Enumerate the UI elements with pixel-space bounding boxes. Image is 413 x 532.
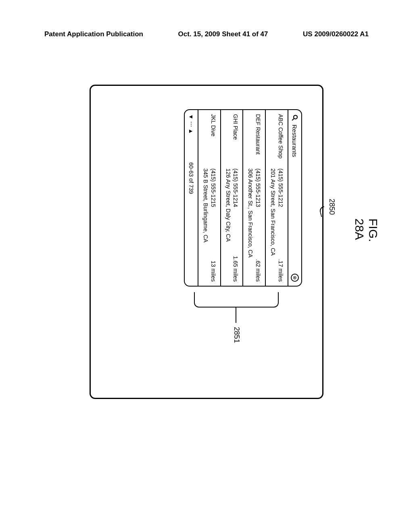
pagination-dots: ⋯ — [188, 121, 194, 127]
result-address: 345 B Street, Burlingame, CA — [202, 168, 209, 282]
reference-numeral-2850: 2850 — [327, 199, 336, 215]
search-icon — [291, 114, 298, 121]
reference-leader-2850 — [319, 206, 327, 217]
device-frame: 2850 ⊗ ABC Coffee Shop (415) 555-1212 20… — [90, 85, 323, 399]
result-info: (415) 555-1213 306 Another St., San Fran… — [246, 168, 262, 282]
search-results-widget: ⊗ ABC Coffee Shop (415) 555-1212 201 Any… — [184, 109, 302, 287]
result-name: JKL Dive — [202, 114, 217, 168]
figure-label: FIG. 28A — [353, 218, 380, 265]
result-address: 201 Any Street, San Francisco, CA — [269, 168, 277, 282]
search-bar: ⊗ — [288, 110, 301, 286]
result-info: (415) 555-1212 201 Any Street, San Franc… — [269, 168, 284, 282]
result-distance: 1.65 miles — [232, 256, 240, 282]
results-footer: ▼ ⋯ ▲ 60-63 of 739 — [185, 110, 198, 286]
result-distance: 13 miles — [209, 261, 217, 282]
result-address: 126 Any Street, Daly City, CA — [224, 168, 232, 282]
page-header: Patent Application Publication Oct. 15, … — [0, 0, 413, 38]
result-row[interactable]: JKL Dive (415) 555-1215 345 B Street, Bu… — [198, 110, 220, 286]
result-row[interactable]: DEF Restaurant (415) 555-1213 306 Anothe… — [242, 110, 265, 286]
figure-rotated-container: 2850 ⊗ ABC Coffee Shop (415) 555-1212 20… — [90, 85, 323, 399]
result-name: ABC Coffee Shop — [269, 114, 284, 168]
result-distance: .62 miles — [254, 259, 262, 282]
result-range: 60-63 of 739 — [188, 162, 194, 194]
page-down-icon[interactable]: ▼ — [188, 114, 194, 120]
svg-point-0 — [294, 115, 297, 119]
result-address: 306 Another St., San Francisco, CA — [246, 168, 254, 282]
result-row[interactable]: ABC Coffee Shop (415) 555-1212 201 Any S… — [265, 110, 288, 286]
result-name: DEF Restaurant — [246, 114, 262, 168]
header-left: Patent Application Publication — [44, 30, 143, 38]
result-info: (415) 555-1215 345 B Street, Burlingame,… — [202, 168, 217, 282]
result-distance: .17 miles — [277, 259, 284, 282]
svg-line-1 — [292, 118, 294, 121]
reference-numeral-2851: 2851 — [232, 327, 241, 343]
header-center: Oct. 15, 2009 Sheet 41 of 47 — [178, 30, 268, 38]
clear-search-button[interactable]: ⊗ — [291, 274, 299, 282]
result-info: (415) 555-1214 126 Any Street, Daly City… — [224, 168, 240, 282]
result-row[interactable]: GHI Place (415) 555-1214 126 Any Street,… — [220, 110, 243, 286]
search-input[interactable] — [292, 125, 298, 270]
header-right: US 2009/0260022 A1 — [303, 30, 369, 38]
page-up-icon[interactable]: ▲ — [188, 129, 194, 134]
result-name: GHI Place — [224, 114, 240, 168]
pagination-arrows: ▼ ⋯ ▲ — [188, 114, 194, 134]
reference-bracket-2851 — [194, 292, 279, 308]
